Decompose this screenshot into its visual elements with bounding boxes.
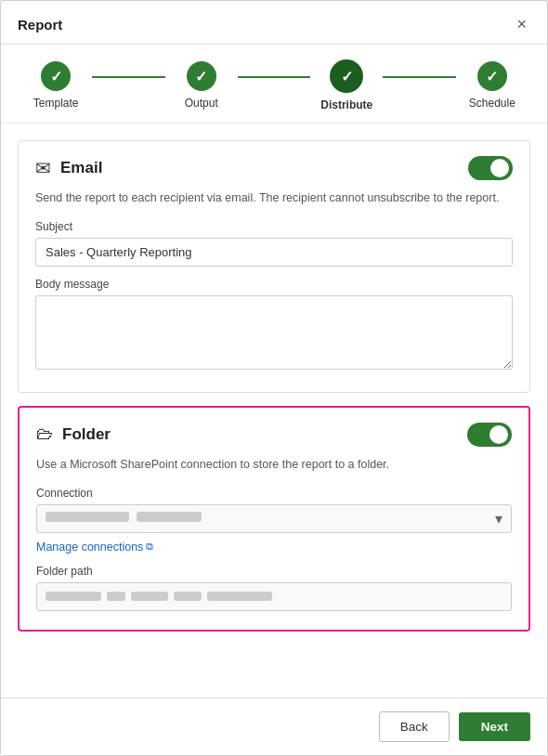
external-link-icon: ⧉ [146, 541, 153, 553]
next-button[interactable]: Next [459, 712, 530, 741]
close-button[interactable]: × [513, 14, 530, 34]
email-body-field: Body message [35, 278, 513, 373]
step-schedule[interactable]: ✓ Schedule [456, 61, 528, 110]
folder-title-group: 🗁 Folder [36, 424, 111, 444]
folder-description: Use a Microsoft SharePoint connection to… [36, 456, 512, 474]
folder-path-input[interactable] [36, 582, 512, 611]
report-dialog: Report × ✓ Template ✓ Output ✓ Distribut… [0, 0, 548, 756]
dialog-header: Report × [1, 1, 547, 45]
folder-toggle[interactable] [467, 423, 512, 447]
step-output-label: Output [185, 97, 218, 110]
folder-icon: 🗁 [36, 424, 53, 444]
folder-card: 🗁 Folder Use a Microsoft SharePoint conn… [18, 406, 530, 632]
step-template[interactable]: ✓ Template [20, 61, 92, 110]
bottom-spacer [18, 645, 530, 658]
email-card: ✉ Email Send the report to each recipien… [18, 140, 530, 393]
manage-connections-text: Manage connections [36, 541, 143, 554]
step-schedule-check: ✓ [486, 68, 498, 85]
step-template-circle: ✓ [41, 61, 71, 91]
email-icon: ✉ [35, 157, 51, 179]
folder-path-label: Folder path [36, 565, 512, 578]
email-description: Send the report to each recipient via em… [35, 189, 513, 207]
step-distribute[interactable]: ✓ Distribute [310, 59, 383, 111]
step-distribute-circle: ✓ [330, 59, 363, 93]
step-output-circle: ✓ [187, 61, 216, 91]
email-title-group: ✉ Email [35, 157, 102, 179]
body-label: Body message [35, 278, 513, 291]
step-distribute-check: ✓ [341, 68, 353, 85]
content-area: ✉ Email Send the report to each recipien… [1, 124, 547, 697]
folder-path-wrapper [36, 582, 512, 611]
connection-select[interactable] [36, 504, 512, 533]
step-output[interactable]: ✓ Output [165, 61, 238, 110]
connection-select-wrapper [36, 504, 512, 533]
dialog-title: Report [18, 17, 62, 33]
back-button[interactable]: Back [379, 711, 450, 742]
email-subject-field: Subject [35, 220, 513, 267]
step-schedule-label: Schedule [469, 97, 515, 110]
connection-field: Connection [36, 487, 512, 533]
step-output-check: ✓ [195, 68, 207, 85]
step-line-1 [92, 76, 164, 78]
step-line-3 [383, 76, 455, 78]
step-template-check: ✓ [50, 68, 62, 85]
folder-card-header: 🗁 Folder [36, 423, 512, 447]
step-template-label: Template [33, 97, 79, 110]
wizard-steps: ✓ Template ✓ Output ✓ Distribute ✓ Sched… [1, 45, 547, 124]
email-toggle[interactable] [468, 156, 513, 180]
folder-card-title: Folder [62, 425, 111, 444]
step-schedule-circle: ✓ [477, 61, 507, 91]
step-distribute-label: Distribute [320, 98, 372, 111]
connection-label: Connection [36, 487, 512, 500]
folder-path-field: Folder path [36, 565, 512, 611]
email-card-title: Email [60, 159, 102, 177]
email-card-header: ✉ Email [35, 156, 513, 180]
step-line-2 [238, 76, 310, 78]
dialog-footer: Back Next [1, 697, 547, 755]
body-textarea[interactable] [35, 295, 513, 370]
manage-connections-link[interactable]: Manage connections ⧉ [36, 541, 153, 554]
subject-input[interactable] [35, 238, 513, 267]
subject-label: Subject [35, 220, 513, 233]
